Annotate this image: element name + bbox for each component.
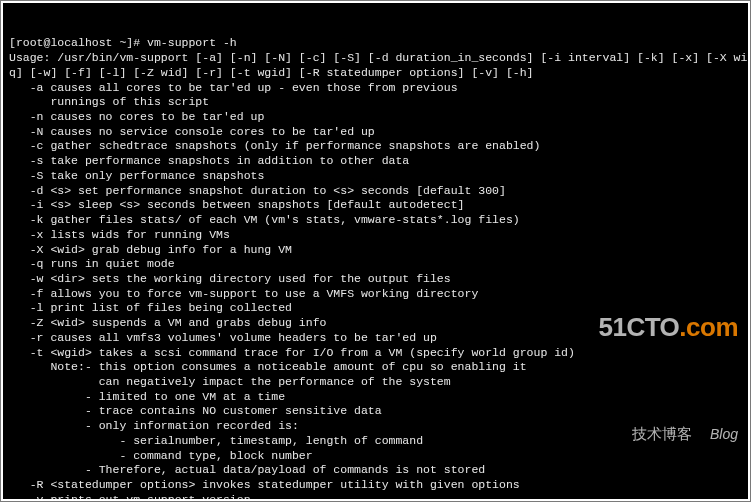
terminal-line: Usage: /usr/bin/vm-support [-a] [-n] [-N…	[9, 51, 742, 66]
terminal-line: -Z <wid> suspends a VM and grabs debug i…	[9, 316, 742, 331]
terminal-line: -c gather schedtrace snapshots (only if …	[9, 139, 742, 154]
terminal-line: -f allows you to force vm-support to use…	[9, 287, 742, 302]
terminal-line: [root@localhost ~]# vm-support -h	[9, 36, 742, 51]
terminal-line: -S take only performance snapshots	[9, 169, 742, 184]
terminal-line: - only information recorded is:	[9, 419, 742, 434]
terminal-line: -X <wid> grab debug info for a hung VM	[9, 243, 742, 258]
terminal-line: -i <s> sleep <s> seconds between snapsho…	[9, 198, 742, 213]
terminal-line: can negatively impact the performance of…	[9, 375, 742, 390]
terminal-line: -n causes no cores to be tar'ed up	[9, 110, 742, 125]
terminal-line: - trace contains NO customer sensitive d…	[9, 404, 742, 419]
terminal-window[interactable]: [root@localhost ~]# vm-support -hUsage: …	[3, 3, 748, 499]
terminal-line: - Therefore, actual data/payload of comm…	[9, 463, 742, 478]
terminal-line: -a causes all cores to be tar'ed up - ev…	[9, 81, 742, 96]
terminal-line: -q runs in quiet mode	[9, 257, 742, 272]
terminal-line: -s take performance snapshots in additio…	[9, 154, 742, 169]
terminal-output: [root@localhost ~]# vm-support -hUsage: …	[9, 36, 742, 499]
terminal-line: -N causes no service console cores to be…	[9, 125, 742, 140]
terminal-line: q] [-w] [-f] [-l] [-Z wid] [-r] [-t wgid…	[9, 66, 742, 81]
terminal-line: -r causes all vmfs3 volumes' volume head…	[9, 331, 742, 346]
terminal-line: -x lists wids for running VMs	[9, 228, 742, 243]
terminal-line: Note:- this option consumes a noticeable…	[9, 360, 742, 375]
terminal-line: -k gather files stats/ of each VM (vm's …	[9, 213, 742, 228]
terminal-line: - limited to one VM at a time	[9, 390, 742, 405]
terminal-line: -v prints out vm-support version	[9, 493, 742, 499]
terminal-line: - command type, block number	[9, 449, 742, 464]
terminal-line: -d <s> set performance snapshot duration…	[9, 184, 742, 199]
terminal-line: - serialnumber, timestamp, length of com…	[9, 434, 742, 449]
terminal-line: -w <dir> sets the working directory used…	[9, 272, 742, 287]
terminal-line: -l print list of files being collected	[9, 301, 742, 316]
terminal-line: -t <wgid> takes a scsi command trace for…	[9, 346, 742, 361]
terminal-line: -R <statedumper options> invokes statedu…	[9, 478, 742, 493]
terminal-line: runnings of this script	[9, 95, 742, 110]
